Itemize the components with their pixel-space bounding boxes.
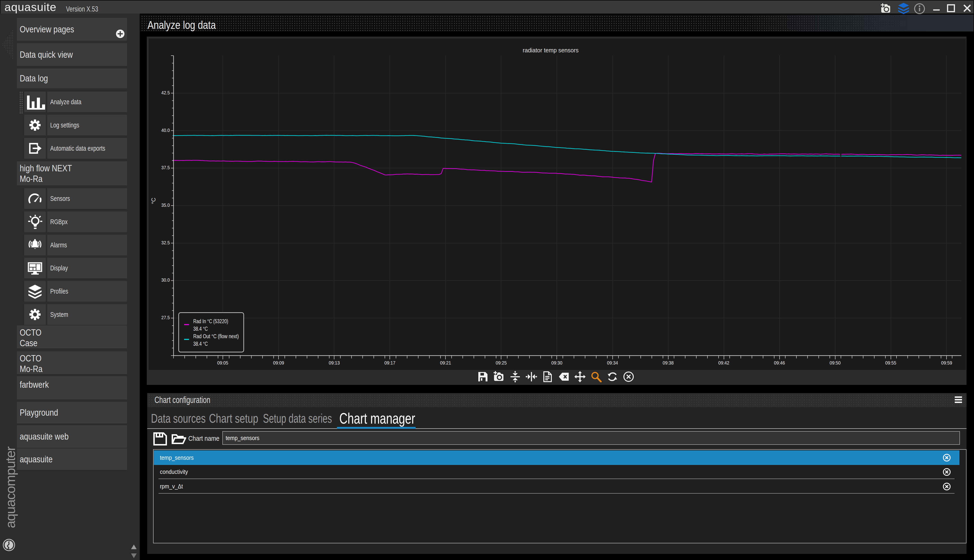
svg-text:27.5: 27.5 xyxy=(161,315,170,320)
svg-text:°C: °C xyxy=(150,198,157,204)
svg-text:09:25: 09:25 xyxy=(496,360,507,365)
svg-text:09:42: 09:42 xyxy=(718,360,729,365)
svg-text:09:13: 09:13 xyxy=(329,360,340,365)
svg-text:38.4 °C: 38.4 °C xyxy=(193,341,208,347)
svg-text:35.0: 35.0 xyxy=(161,202,170,208)
svg-text:32.5: 32.5 xyxy=(161,240,170,245)
svg-text:09:30: 09:30 xyxy=(551,360,562,365)
svg-text:42.5: 42.5 xyxy=(161,90,170,95)
svg-text:09:55: 09:55 xyxy=(885,360,896,365)
svg-text:09:05: 09:05 xyxy=(217,360,228,365)
svg-text:radiator temp sensors: radiator temp sensors xyxy=(523,47,579,54)
svg-text:09:34: 09:34 xyxy=(607,360,618,365)
svg-text:09:50: 09:50 xyxy=(830,360,841,365)
svg-text:09:17: 09:17 xyxy=(384,360,395,365)
svg-text:09:46: 09:46 xyxy=(774,360,785,365)
svg-text:09:21: 09:21 xyxy=(440,360,451,365)
svg-text:09:38: 09:38 xyxy=(663,360,674,365)
svg-text:38.4 °C: 38.4 °C xyxy=(193,326,208,332)
svg-text:09:09: 09:09 xyxy=(273,360,284,365)
svg-text:40.0: 40.0 xyxy=(161,127,170,133)
svg-text:30.0: 30.0 xyxy=(161,277,170,283)
svg-text:09:59: 09:59 xyxy=(941,360,952,365)
svg-text:37.5: 37.5 xyxy=(161,165,170,170)
svg-text:Rad Out °C (flow next): Rad Out °C (flow next) xyxy=(193,333,239,339)
svg-text:Rad In °C (53220): Rad In °C (53220) xyxy=(193,318,228,324)
